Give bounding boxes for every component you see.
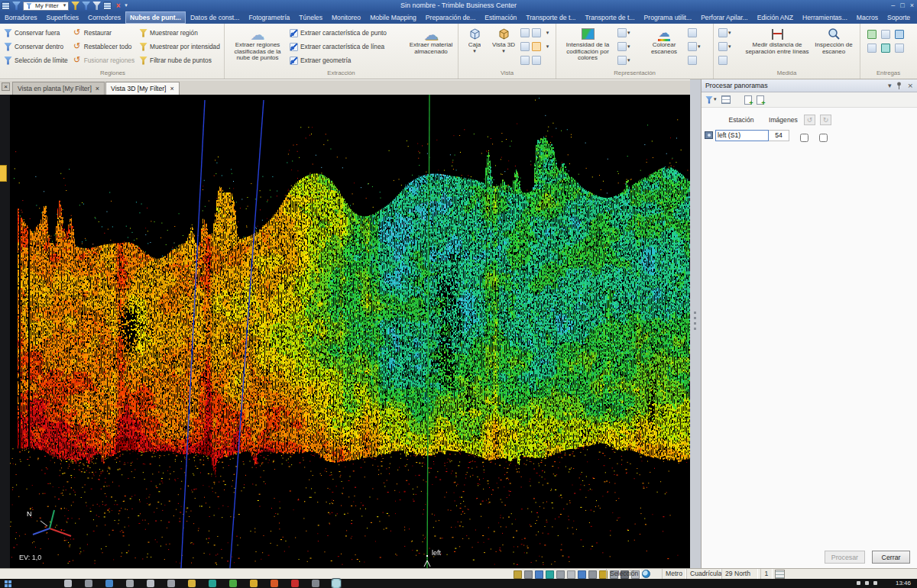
statusbar-icon[interactable] <box>546 570 554 579</box>
filter-icon[interactable] <box>12 2 21 10</box>
view-3d-button[interactable]: Vista 3D ▾ <box>488 25 519 54</box>
filter-combo[interactable]: My Filter ▾ <box>23 2 69 11</box>
color-scans-button[interactable]: ☁ Colorear escaneos <box>642 25 686 55</box>
ribbon-tab[interactable]: Monitoreo <box>327 11 365 24</box>
deliverable-icon[interactable] <box>881 44 890 53</box>
taskbar-app-icon[interactable] <box>167 580 175 587</box>
region-restore-button[interactable]: ↺ Restablecer todo <box>70 40 137 53</box>
statusbar-icon[interactable] <box>578 570 586 579</box>
deliverable-icon[interactable] <box>895 44 904 53</box>
tab-close-icon[interactable]: × <box>96 85 99 92</box>
taskbar-app-icon[interactable] <box>229 580 237 587</box>
region-sample-button[interactable]: Muestrear por intensidad <box>137 40 222 53</box>
measure-option-icon[interactable] <box>718 42 727 51</box>
process-button[interactable]: Procesar <box>825 551 865 564</box>
measure-clearance-button[interactable]: Medir distancia de separación entre líne… <box>743 25 812 55</box>
panel-close-icon[interactable]: × <box>907 82 913 89</box>
taskbar-app-icon[interactable] <box>85 580 92 587</box>
deliverable-icon[interactable] <box>867 30 876 39</box>
remove-filter-icon[interactable]: × <box>114 2 122 10</box>
start-button[interactable] <box>5 580 11 587</box>
maximize-button[interactable]: □ <box>900 0 904 11</box>
view-tool-dropdown-icon[interactable]: ▾ <box>546 44 549 50</box>
close-panel-button[interactable]: Cerrar <box>872 551 910 564</box>
representation-option-icon[interactable] <box>617 56 627 65</box>
page-field[interactable]: 1 <box>760 569 773 579</box>
rotate-right-button[interactable]: ↻ <box>820 115 831 125</box>
region-restore-button[interactable]: ↺ Restaurar <box>70 26 137 40</box>
pin-icon[interactable] <box>896 82 902 89</box>
region-tool-button[interactable]: Conservar dentro <box>2 40 70 53</box>
tab-close-icon[interactable]: × <box>170 85 174 92</box>
ribbon-tab[interactable]: Túneles <box>294 11 327 24</box>
add-station-icon[interactable] <box>744 95 752 105</box>
scan-inspection-button[interactable]: Inspección de escaneo <box>812 25 856 55</box>
filter-blue-icon[interactable] <box>82 2 90 10</box>
statusbar-icon[interactable] <box>556 570 565 579</box>
filter-by-intensity-icon[interactable] <box>71 2 79 10</box>
ribbon-tab[interactable]: Estimación <box>480 11 521 24</box>
ribbon-tab[interactable]: Perforar Apilar... <box>696 11 753 24</box>
view-tool-icon[interactable] <box>532 28 541 37</box>
taskbar-app-icon[interactable] <box>332 580 340 587</box>
view-tool-dropdown-icon[interactable]: ▾ <box>546 31 549 36</box>
document-tab[interactable]: Vista en planta [My Filter] × <box>12 82 105 95</box>
deliverable-icon[interactable] <box>867 44 876 53</box>
option-dropdown-icon[interactable]: ▾ <box>627 31 630 36</box>
system-tray[interactable] <box>857 581 877 585</box>
panel-splitter[interactable] <box>690 79 701 568</box>
option-dropdown-icon[interactable]: ▾ <box>627 44 630 50</box>
taskbar-app-icon[interactable] <box>64 580 72 587</box>
close-button[interactable]: × <box>910 0 914 11</box>
station-checkbox-1[interactable] <box>800 131 808 140</box>
minimize-button[interactable]: – <box>891 0 895 11</box>
panel-menu-icon[interactable]: ▾ <box>888 82 892 89</box>
region-restore-button[interactable]: ↺ Fusionar regiones <box>70 53 137 67</box>
ribbon-tab[interactable]: Datos de const... <box>186 11 245 24</box>
close-pane-button[interactable]: × <box>2 82 10 91</box>
ribbon-tab[interactable]: Superficies <box>42 11 84 24</box>
selection-mode-field[interactable]: Selección <box>606 569 641 579</box>
extract-stockpile-button[interactable]: ☁ Extraer material almacenado <box>407 25 455 55</box>
station-name-input[interactable] <box>715 130 769 141</box>
orientation-gizmo[interactable]: N <box>22 504 77 547</box>
taskbar-app-icon[interactable] <box>209 580 216 587</box>
representation-option-icon[interactable] <box>688 56 697 65</box>
rotate-left-button[interactable]: ↺ <box>804 115 815 125</box>
region-tool-button[interactable]: Conservar fuera <box>2 26 70 40</box>
view-tool-icon[interactable] <box>520 28 530 37</box>
taskbar-app-icon[interactable] <box>250 580 258 587</box>
ribbon-tab[interactable]: Corredores <box>83 11 125 24</box>
view-tool-icon[interactable] <box>520 42 530 51</box>
filter-clear-icon[interactable] <box>92 2 101 10</box>
region-sample-button[interactable]: Muestrear región <box>137 26 222 40</box>
statusbar-icon[interactable] <box>588 570 597 579</box>
statusbar-icon[interactable] <box>567 570 575 579</box>
representation-option-icon[interactable] <box>688 28 697 37</box>
taskbar-app-icon[interactable] <box>147 580 154 587</box>
view-tool-selected-icon[interactable] <box>532 42 541 51</box>
ribbon-tab[interactable]: Fotogrametría <box>244 11 294 24</box>
taskbar-app-icon[interactable] <box>291 580 299 587</box>
option-dropdown-icon[interactable]: ▾ <box>728 44 731 50</box>
option-dropdown-icon[interactable]: ▾ <box>698 44 701 50</box>
autohide-panel-tab[interactable] <box>0 165 7 182</box>
taskbar-app-icon[interactable] <box>105 580 113 587</box>
ribbon-tab[interactable]: Programa utilit... <box>640 11 697 24</box>
extract-feature-button[interactable]: Extraer característica de línea <box>287 40 407 53</box>
document-tab[interactable]: Vista 3D [My Filter] × <box>105 82 180 95</box>
pointcloud-canvas[interactable] <box>10 95 690 568</box>
intensity-color-coding-button[interactable]: Intensidad de la codificación por colore… <box>559 25 616 62</box>
ribbon-tab[interactable]: Transporte de t... <box>580 11 639 24</box>
grid-field[interactable]: Cuadrícula <box>686 569 721 579</box>
add-images-icon[interactable] <box>757 95 764 105</box>
option-dropdown-icon[interactable]: ▾ <box>627 58 630 63</box>
panel-filter-button[interactable]: ▾ <box>705 96 717 104</box>
station-checkbox-2[interactable] <box>819 131 828 140</box>
deliverable-icon[interactable] <box>895 30 904 39</box>
panel-table-icon[interactable] <box>721 95 731 104</box>
ribbon-tab[interactable]: Nubes de punt... <box>125 11 186 24</box>
unit-field[interactable]: Metro <box>662 569 686 579</box>
deliverable-icon[interactable] <box>881 30 890 39</box>
grid-tool-icon[interactable] <box>103 2 112 10</box>
